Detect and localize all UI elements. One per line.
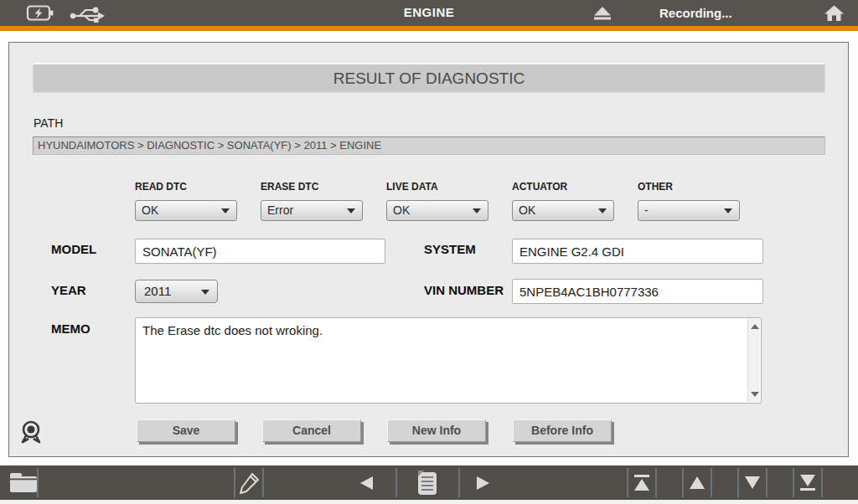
system-field[interactable] xyxy=(512,239,763,264)
read-dtc-value: OK xyxy=(142,203,158,217)
erase-dtc-select[interactable]: Error xyxy=(261,200,363,221)
new-info-button[interactable]: New Info xyxy=(387,419,486,442)
memo-field-wrapper: The Erase dtc does not wroking. xyxy=(135,317,762,404)
toolbar-divider xyxy=(793,468,794,497)
chevron-down-icon xyxy=(473,208,481,213)
erase-dtc-group: ERASE DTC Error xyxy=(261,181,363,221)
home-icon[interactable] xyxy=(824,5,845,25)
toolbar-divider xyxy=(395,468,397,497)
titlebar: ENGINE Recording... xyxy=(0,0,858,26)
other-label: OTHER xyxy=(638,181,740,193)
toolbar-divider xyxy=(655,468,657,497)
scroll-down-icon[interactable] xyxy=(743,476,762,493)
toolbar-divider xyxy=(234,468,235,497)
read-dtc-select[interactable]: OK xyxy=(135,200,237,221)
erase-dtc-label: ERASE DTC xyxy=(261,181,363,193)
report-icon[interactable] xyxy=(415,470,440,500)
actuator-group: ACTUATOR OK xyxy=(512,181,614,221)
toolbar-divider xyxy=(711,468,712,497)
scroll-top-icon[interactable] xyxy=(633,474,651,495)
other-select[interactable]: - xyxy=(638,200,740,221)
scroll-down-arrow-icon[interactable] xyxy=(751,392,759,397)
bottom-toolbar xyxy=(0,465,858,500)
vin-number-field[interactable] xyxy=(512,279,763,304)
previous-icon[interactable] xyxy=(358,476,375,494)
toolbar-divider xyxy=(627,468,628,497)
save-button[interactable]: Save xyxy=(137,419,235,442)
scroll-up-arrow-icon[interactable] xyxy=(751,324,759,329)
read-dtc-group: READ DTC OK xyxy=(135,181,237,221)
chevron-down-icon xyxy=(347,208,355,213)
result-of-diagnostic-panel: RESULT OF DIAGNOSTIC PATH HYUNDAIMOTORS … xyxy=(8,42,849,457)
magnifier-icon[interactable] xyxy=(19,419,44,446)
memo-scrollbar[interactable] xyxy=(747,319,760,402)
recording-status: Recording... xyxy=(659,6,732,20)
year-value: 2011 xyxy=(144,284,171,298)
toolbar-divider xyxy=(262,468,264,497)
model-label: MODEL xyxy=(51,242,96,256)
year-select[interactable]: 2011 xyxy=(135,280,218,303)
next-icon[interactable] xyxy=(475,476,492,494)
eject-icon[interactable] xyxy=(591,6,614,25)
system-label: SYSTEM xyxy=(424,242,476,256)
cancel-button[interactable]: Cancel xyxy=(262,419,361,442)
toolbar-divider xyxy=(682,468,684,497)
live-data-label: LIVE DATA xyxy=(386,181,488,193)
read-dtc-label: READ DTC xyxy=(135,181,237,193)
actuator-select[interactable]: OK xyxy=(512,200,614,221)
chevron-down-icon xyxy=(724,208,732,213)
chevron-down-icon xyxy=(201,290,209,295)
toolbar-divider xyxy=(766,468,768,497)
year-label: YEAR xyxy=(51,283,86,297)
bottom-strip xyxy=(0,500,858,504)
toolbar-divider xyxy=(737,468,739,497)
erase-dtc-value: Error xyxy=(267,203,293,217)
chevron-down-icon xyxy=(598,208,607,213)
actuator-value: OK xyxy=(519,203,535,217)
chevron-down-icon xyxy=(221,208,230,213)
model-field[interactable] xyxy=(135,239,385,264)
breadcrumb: HYUNDAIMOTORS > DIAGNOSTIC > SONATA(YF) … xyxy=(33,136,825,155)
memo-label: MEMO xyxy=(51,321,90,336)
live-data-value: OK xyxy=(393,203,410,217)
panel-title: RESULT OF DIAGNOSTIC xyxy=(33,63,825,93)
pencil-icon[interactable] xyxy=(237,471,261,498)
memo-field[interactable]: The Erase dtc does not wroking. xyxy=(136,318,746,403)
actuator-label: ACTUATOR xyxy=(512,181,614,193)
scroll-bottom-icon[interactable] xyxy=(799,474,817,495)
scroll-up-icon[interactable] xyxy=(688,476,706,493)
path-label: PATH xyxy=(34,116,63,130)
toolbar-divider xyxy=(458,468,460,497)
accent-divider xyxy=(0,26,858,31)
toolbar-divider xyxy=(821,468,823,497)
live-data-select[interactable]: OK xyxy=(386,200,488,221)
folder-icon[interactable] xyxy=(8,471,39,497)
other-value: - xyxy=(644,203,649,217)
vin-number-label: VIN NUMBER xyxy=(424,281,508,299)
before-info-button[interactable]: Before Info xyxy=(513,419,612,442)
live-data-group: LIVE DATA OK xyxy=(386,181,488,221)
other-group: OTHER - xyxy=(638,181,740,221)
